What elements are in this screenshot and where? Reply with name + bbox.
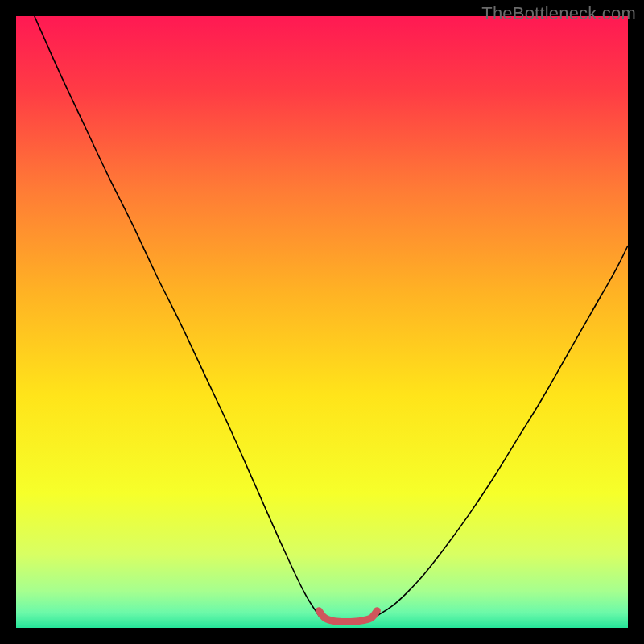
chart-background bbox=[16, 16, 628, 628]
chart-frame: TheBottleneck.com bbox=[0, 0, 644, 644]
watermark-text: TheBottleneck.com bbox=[481, 3, 636, 24]
plot-area bbox=[16, 16, 628, 628]
chart-svg bbox=[16, 16, 628, 628]
